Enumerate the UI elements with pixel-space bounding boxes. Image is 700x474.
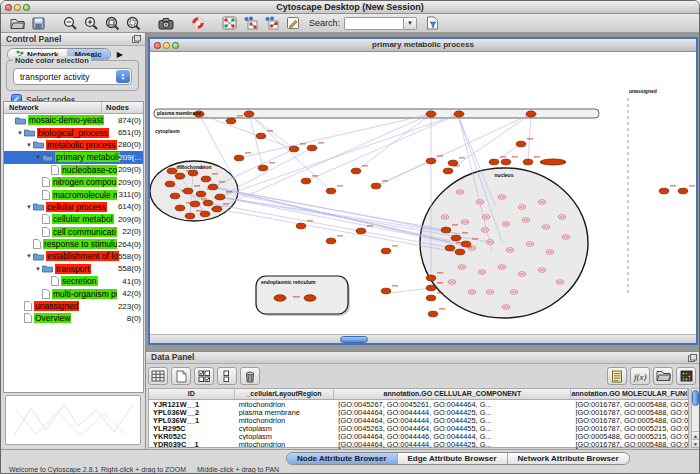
select-attributes-icon[interactable]: [194, 367, 214, 385]
network-node[interactable]: [183, 188, 193, 194]
network-node[interactable]: [208, 184, 218, 190]
tree-row[interactable]: ▼metabolic process280(0): [4, 139, 143, 151]
table-column-header[interactable]: ID: [149, 389, 235, 399]
layout-a-icon[interactable]: [240, 15, 261, 32]
network-node[interactable]: [170, 193, 180, 199]
network-overview-icon[interactable]: [219, 15, 240, 32]
network-node[interactable]: [167, 168, 177, 174]
import-attributes-icon[interactable]: [653, 367, 673, 385]
tree-row[interactable]: ▼cellular process614(0): [4, 201, 143, 213]
zoom-in-icon[interactable]: [81, 15, 102, 32]
network-node[interactable]: [326, 238, 336, 244]
network-node[interactable]: [454, 111, 464, 117]
table-row[interactable]: YLR295Ccytoplasm[GO:0045263, GO:0044464,…: [149, 424, 688, 432]
network-node[interactable]: [351, 168, 361, 174]
attribute-editor-icon[interactable]: [607, 367, 627, 385]
network-node[interactable]: [443, 168, 453, 174]
tree-row[interactable]: secretion41(0): [4, 275, 143, 287]
network-node[interactable]: [426, 111, 436, 117]
tree-row[interactable]: ▼primary metabolic proc209(...: [4, 151, 143, 163]
function-builder-icon[interactable]: f(x): [630, 367, 650, 385]
table-row[interactable]: YKR052Ccytoplasm[GO:0044464, GO:0044446,…: [149, 432, 688, 440]
network-node[interactable]: [175, 173, 185, 179]
canvas-scrollbar-thumb[interactable]: [340, 336, 368, 343]
network-node[interactable]: [274, 295, 286, 301]
network-frame-titlebar[interactable]: primary metabolic process: [150, 39, 696, 52]
more-tabs-arrow-icon[interactable]: ▶: [117, 50, 123, 59]
scroll-up-icon[interactable]: ▲: [692, 431, 699, 439]
network-node[interactable]: [201, 176, 211, 182]
search-options-icon[interactable]: [422, 15, 443, 32]
network-node[interactable]: [165, 181, 175, 187]
new-attribute-icon[interactable]: [171, 367, 191, 385]
table-row[interactable]: YPL036W__1mitochondrion[GO:0044464, GO:0…: [149, 416, 688, 424]
network-node[interactable]: [381, 248, 391, 254]
scroll-down-icon[interactable]: ▼: [692, 439, 699, 447]
network-node[interactable]: [540, 159, 566, 165]
delete-attribute-icon[interactable]: [240, 367, 260, 385]
tree-row[interactable]: multi-organism pro42(0): [4, 287, 143, 299]
network-node[interactable]: [256, 133, 266, 139]
tab-network-attribute-browser[interactable]: Network Attribute Browser: [508, 453, 629, 464]
network-node[interactable]: [426, 275, 436, 281]
table-row[interactable]: YJR121W__1mitochondrion[GO:0045267, GO:0…: [149, 400, 688, 408]
expand-arrow-icon[interactable]: ▼: [25, 253, 33, 259]
float-panel-icon[interactable]: [132, 35, 141, 43]
tree-row[interactable]: nitrogen compou209(0): [4, 176, 143, 188]
tree-row[interactable]: unassigned223(0): [4, 300, 143, 312]
tree-row[interactable]: response to stimulu264(0): [4, 238, 143, 250]
network-node[interactable]: [200, 211, 210, 217]
expand-arrow-icon[interactable]: ▼: [25, 142, 33, 148]
network-node[interactable]: [516, 141, 526, 147]
unselect-attributes-icon[interactable]: [217, 367, 237, 385]
tree-row[interactable]: macromolecule m311(0): [4, 188, 143, 200]
tree-row[interactable]: cellular metabol209(0): [4, 213, 143, 225]
help-ring-icon[interactable]: [187, 15, 208, 32]
network-node[interactable]: [426, 158, 436, 164]
tree-row[interactable]: ▼transport558(0): [4, 263, 143, 275]
network-node[interactable]: [451, 235, 461, 241]
network-node[interactable]: [185, 213, 195, 219]
attribute-grid-icon[interactable]: [148, 367, 168, 385]
network-node[interactable]: [526, 111, 536, 117]
tree-row[interactable]: Overview8(0): [4, 312, 143, 324]
table-vertical-scrollbar[interactable]: ▲ ▼: [691, 388, 700, 448]
network-node[interactable]: [356, 228, 366, 234]
network-node[interactable]: [678, 188, 688, 194]
tree-row[interactable]: nucleobase-cont209(0): [4, 164, 143, 176]
snapshot-camera-icon[interactable]: [155, 15, 176, 32]
table-column-header[interactable]: _cellularLayoutRegion: [235, 389, 335, 399]
open-folder-icon[interactable]: [7, 15, 28, 32]
zoom-out-icon[interactable]: [60, 15, 81, 32]
table-scrollbar-thumb[interactable]: [692, 390, 699, 406]
network-node[interactable]: [448, 160, 458, 166]
network-node[interactable]: [301, 178, 311, 184]
table-row[interactable]: YPL036W__2plasma membrane[GO:0044464, GO…: [149, 408, 688, 416]
expand-arrow-icon[interactable]: ▼: [16, 130, 24, 136]
expand-arrow-icon[interactable]: ▼: [25, 204, 33, 210]
network-node[interactable]: [234, 155, 244, 161]
tab-node-attribute-browser[interactable]: Node Attribute Browser: [287, 453, 398, 464]
network-node[interactable]: [489, 159, 499, 165]
table-column-header[interactable]: annotation.GO MOLECULAR_FUNCTION: [571, 389, 688, 399]
network-node[interactable]: [441, 227, 451, 233]
table-row[interactable]: YDR039C__1mitochondrion[GO:0044464, GO:0…: [149, 440, 688, 448]
network-node[interactable]: [304, 295, 316, 301]
table-column-header[interactable]: annotation.GO CELLULAR_COMPONENT: [334, 389, 571, 399]
birds-eye-view[interactable]: [5, 395, 141, 445]
network-node[interactable]: [258, 165, 268, 171]
network-node[interactable]: [426, 285, 436, 291]
network-node[interactable]: [381, 288, 391, 294]
network-node[interactable]: [461, 241, 471, 247]
network-node[interactable]: [196, 191, 206, 197]
expand-arrow-icon[interactable]: ▼: [34, 266, 42, 272]
network-node[interactable]: [215, 194, 225, 200]
tree-row[interactable]: mosaic-demo-yeast874(0): [4, 114, 143, 126]
network-node[interactable]: [296, 223, 306, 229]
network-node[interactable]: [190, 201, 200, 207]
network-node[interactable]: [326, 188, 336, 194]
network-node[interactable]: [212, 206, 222, 212]
network-node[interactable]: [501, 159, 511, 165]
zoom-region-icon[interactable]: [123, 15, 144, 32]
zoom-fit-icon[interactable]: [102, 15, 123, 32]
